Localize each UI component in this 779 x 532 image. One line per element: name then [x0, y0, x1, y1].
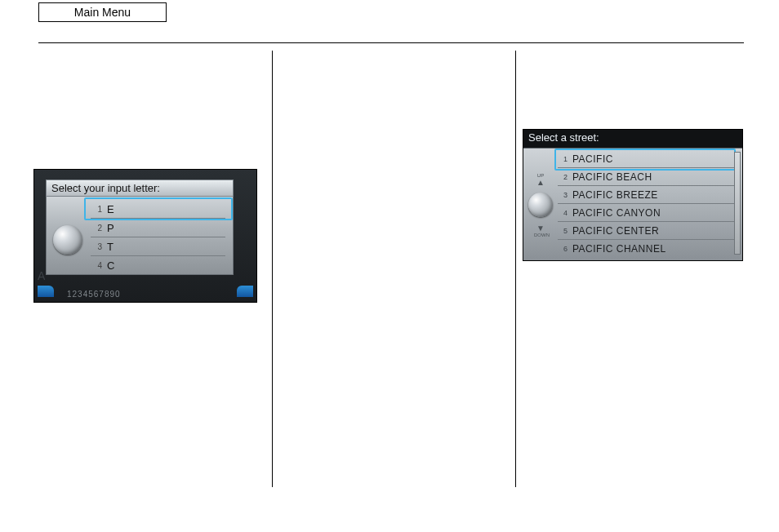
row-value: PACIFIC CANYON	[572, 207, 661, 219]
scroll-down-label: DOWN	[534, 233, 547, 237]
rotary-knob-icon	[528, 193, 553, 217]
row-index: 1	[91, 205, 102, 214]
main-menu-tab-label: Main Menu	[74, 6, 131, 19]
scroll-down-icon[interactable]: ▼DOWN	[534, 224, 547, 237]
row-value: PACIFIC CHANNEL	[572, 243, 666, 255]
keyboard-overlay-letter: A	[38, 269, 45, 282]
main-menu-tab[interactable]: Main Menu	[38, 2, 167, 22]
row-index: 3	[558, 191, 568, 199]
row-index: 5	[558, 227, 568, 235]
row-index: 2	[91, 224, 102, 233]
row-value: C	[105, 259, 114, 272]
select-street-screenshot: Select a street: UP▲ ▼DOWN 1 PACIFIC 2 P…	[523, 130, 742, 260]
scrollbar[interactable]	[734, 152, 741, 255]
street-row[interactable]: 6 PACIFIC CHANNEL	[558, 240, 734, 257]
row-value: PACIFIC	[572, 153, 613, 165]
street-row[interactable]: 2 PACIFIC BEACH	[558, 168, 734, 186]
street-row[interactable]: 5 PACIFIC CENTER	[558, 222, 734, 240]
input-letter-popup: Select your input letter: 1 E 2 P	[46, 180, 234, 277]
row-index: 2	[558, 173, 568, 181]
letter-row[interactable]: 4 C	[91, 256, 225, 274]
row-value: PACIFIC BREEZE	[572, 189, 658, 201]
rotary-knob-icon	[53, 225, 82, 255]
row-value: P	[105, 222, 114, 234]
row-value: PACIFIC CENTER	[572, 225, 659, 237]
street-list: 1 PACIFIC 2 PACIFIC BEACH 3 PACIFIC BREE…	[558, 150, 734, 257]
row-index: 4	[91, 261, 102, 270]
street-row[interactable]: 1 PACIFIC	[558, 150, 734, 168]
column-divider-1	[272, 51, 273, 487]
row-value: E	[105, 203, 114, 215]
input-letter-screenshot: A 1234567890 Select your input letter: 1…	[34, 170, 256, 302]
letter-row[interactable]: 1 E	[91, 200, 225, 219]
row-index: 1	[558, 155, 568, 163]
number-strip: 1234567890	[67, 290, 121, 299]
input-letter-title: Select your input letter:	[46, 180, 234, 197]
street-row[interactable]: 4 PACIFIC CANYON	[558, 204, 734, 222]
letter-row[interactable]: 2 P	[91, 219, 225, 237]
scroll-up-label: UP	[534, 173, 547, 178]
select-street-title: Select a street:	[523, 130, 742, 148]
street-row[interactable]: 3 PACIFIC BREEZE	[558, 186, 734, 204]
column-divider-2	[515, 51, 516, 487]
row-index: 6	[558, 245, 568, 253]
letter-list: 1 E 2 P 3 T 4 C	[91, 200, 225, 274]
row-index: 4	[558, 209, 568, 217]
scroll-up-icon[interactable]: UP▲	[534, 173, 547, 187]
letter-row[interactable]: 3 T	[91, 237, 225, 256]
header-divider	[38, 42, 744, 43]
row-index: 3	[91, 242, 102, 251]
row-value: T	[105, 241, 114, 253]
footer-button-left	[38, 286, 54, 297]
footer-button-right	[237, 286, 253, 297]
row-value: PACIFIC BEACH	[572, 171, 652, 183]
